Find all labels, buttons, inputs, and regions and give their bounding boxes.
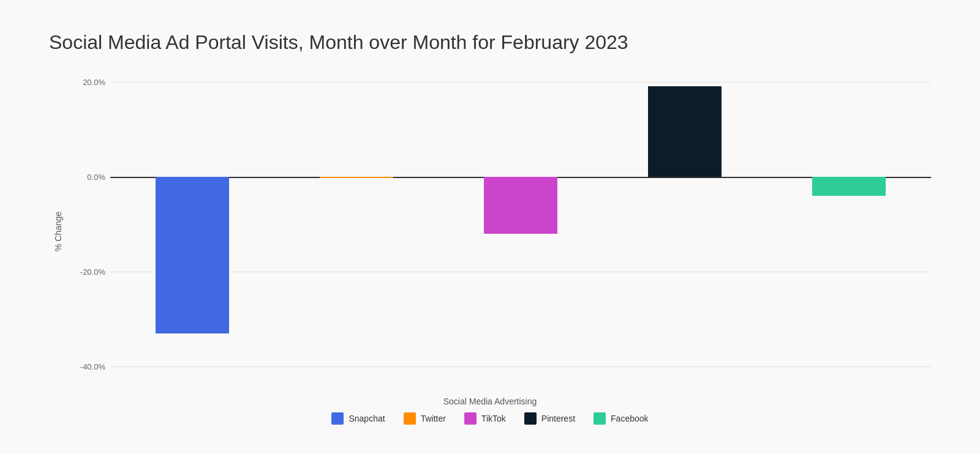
legend-label-tiktok: TikTok [481, 414, 506, 423]
bar-snapchat [156, 177, 229, 333]
y-label-20: 20.0% [83, 77, 105, 86]
grid-area [110, 72, 931, 390]
chart-area: % Change 20.0%0.0%-20.0%-40.0% [49, 72, 931, 390]
legend-item-snapchat: Snapchat [331, 412, 385, 425]
legend-swatch-pinterest [524, 412, 537, 425]
legend-label-snapchat: Snapchat [349, 414, 385, 423]
y-label-0: 0.0% [87, 172, 105, 181]
legend-item-facebook: Facebook [594, 412, 648, 425]
legend-label-twitter: Twitter [421, 414, 446, 423]
grid-line--20 [110, 272, 931, 272]
legend-item-pinterest: Pinterest [524, 412, 575, 425]
legend-item-twitter: Twitter [404, 412, 446, 425]
legend-swatch-facebook [594, 412, 606, 425]
legend-swatch-snapchat [331, 412, 344, 425]
chart-bottom: Social Media Advertising SnapchatTwitter… [49, 396, 931, 425]
chart-plot: 20.0%0.0%-20.0%-40.0% [74, 72, 931, 390]
y-label--40: -40.0% [80, 362, 105, 371]
bar-pinterest [648, 86, 722, 176]
chart-container: Social Media Ad Portal Visits, Month ove… [24, 13, 956, 441]
chart-title: Social Media Ad Portal Visits, Month ove… [49, 31, 931, 54]
grid-line-20 [110, 82, 931, 83]
bar-twitter [320, 177, 393, 178]
bar-facebook [812, 177, 886, 196]
legend-label-facebook: Facebook [611, 414, 648, 423]
legend-label-pinterest: Pinterest [541, 414, 575, 423]
legend-swatch-tiktok [464, 412, 477, 425]
bar-tiktok [484, 177, 557, 234]
x-axis-label: Social Media Advertising [49, 396, 931, 406]
y-label--20: -20.0% [80, 267, 105, 276]
legend: SnapchatTwitterTikTokPinterestFacebook [49, 412, 931, 425]
legend-item-tiktok: TikTok [464, 412, 506, 425]
y-axis-label: % Change [49, 72, 67, 390]
y-axis-labels: 20.0%0.0%-20.0%-40.0% [74, 72, 110, 390]
grid-line--40 [110, 367, 931, 367]
legend-swatch-twitter [404, 412, 416, 425]
